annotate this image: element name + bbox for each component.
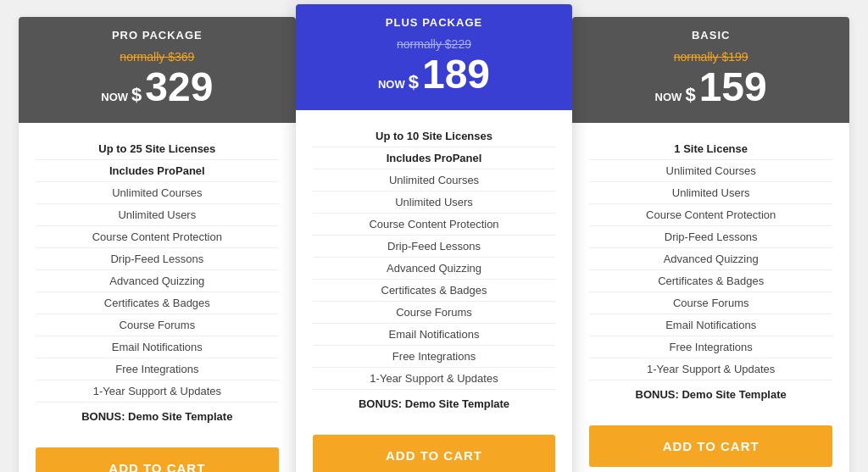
price-basic: 159 <box>699 67 767 108</box>
feature-item-plus-12: BONUS: Demo Site Template <box>313 393 556 414</box>
now-row-basic: NOW$159 <box>581 67 841 108</box>
pricing-card-plus: PLUS PACKAGEnormally $229NOW$189Up to 10… <box>296 4 573 472</box>
package-name-plus: PLUS PACKAGE <box>304 16 565 29</box>
feature-item-pro-0: Up to 25 Site Licenses <box>36 138 279 160</box>
features-plus: Up to 10 Site LicensesIncludes ProPanelU… <box>296 110 573 423</box>
feature-item-pro-3: Unlimited Users <box>36 204 279 226</box>
pricing-card-basic: BASICnormally $199NOW$1591 Site LicenseU… <box>572 17 849 472</box>
now-label-basic: NOW <box>655 91 682 103</box>
feature-item-plus-8: Course Forums <box>313 302 556 324</box>
package-name-basic: BASIC <box>581 29 841 42</box>
card-footer-pro: ADD TO CART <box>19 436 296 472</box>
feature-item-basic-8: Email Notifications <box>589 314 832 336</box>
price-plus: 189 <box>422 54 490 95</box>
feature-item-pro-9: Email Notifications <box>36 336 279 358</box>
dollar-sign-plus: $ <box>409 71 419 93</box>
feature-item-basic-3: Course Content Protection <box>589 204 832 226</box>
feature-item-pro-5: Drip-Feed Lessons <box>36 248 279 270</box>
feature-item-plus-11: 1-Year Support & Updates <box>313 368 556 390</box>
feature-item-basic-2: Unlimited Users <box>589 182 832 204</box>
now-row-pro: NOW$329 <box>27 67 287 108</box>
feature-item-basic-10: 1-Year Support & Updates <box>589 358 832 380</box>
features-pro: Up to 25 Site LicensesIncludes ProPanelU… <box>19 123 296 436</box>
package-name-pro: PRO PACKAGE <box>27 29 287 42</box>
pricing-container: PRO PACKAGEnormally $369NOW$329Up to 25 … <box>19 17 849 472</box>
feature-item-basic-1: Unlimited Courses <box>589 160 832 182</box>
feature-item-basic-7: Course Forums <box>589 292 832 314</box>
feature-item-pro-2: Unlimited Courses <box>36 182 279 204</box>
feature-item-plus-5: Drip-Feed Lessons <box>313 236 556 258</box>
feature-item-pro-11: 1-Year Support & Updates <box>36 380 279 403</box>
feature-item-pro-8: Course Forums <box>36 314 279 336</box>
feature-item-basic-9: Free Integrations <box>589 336 832 358</box>
pricing-card-pro: PRO PACKAGEnormally $369NOW$329Up to 25 … <box>19 17 296 472</box>
feature-item-plus-1: Includes ProPanel <box>313 147 556 169</box>
feature-item-plus-2: Unlimited Courses <box>313 169 556 192</box>
feature-item-basic-4: Drip-Feed Lessons <box>589 226 832 248</box>
card-header-basic: BASICnormally $199NOW$159 <box>572 17 849 123</box>
now-label-plus: NOW <box>378 78 405 91</box>
add-to-cart-button-pro[interactable]: ADD TO CART <box>36 447 279 472</box>
feature-item-pro-6: Advanced Quizzing <box>36 270 279 292</box>
feature-item-plus-3: Unlimited Users <box>313 192 556 214</box>
feature-item-basic-6: Certificates & Badges <box>589 270 832 292</box>
card-footer-plus: ADD TO CART <box>296 423 573 472</box>
normally-price-plus: normally $229 <box>304 37 565 51</box>
features-basic: 1 Site LicenseUnlimited CoursesUnlimited… <box>572 123 849 414</box>
feature-item-basic-5: Advanced Quizzing <box>589 248 832 270</box>
feature-item-basic-11: BONUS: Demo Site Template <box>589 384 832 405</box>
now-row-plus: NOW$189 <box>304 54 565 95</box>
feature-item-basic-0: 1 Site License <box>589 138 832 160</box>
feature-item-plus-10: Free Integrations <box>313 346 556 368</box>
dollar-sign-basic: $ <box>685 84 695 106</box>
feature-item-plus-7: Certificates & Badges <box>313 280 556 302</box>
feature-item-pro-4: Course Content Protection <box>36 226 279 248</box>
feature-item-plus-4: Course Content Protection <box>313 214 556 236</box>
add-to-cart-button-basic[interactable]: ADD TO CART <box>589 425 832 467</box>
feature-item-plus-6: Advanced Quizzing <box>313 258 556 280</box>
feature-item-pro-10: Free Integrations <box>36 358 279 380</box>
dollar-sign-pro: $ <box>131 84 142 106</box>
card-header-plus: PLUS PACKAGEnormally $229NOW$189 <box>296 4 573 110</box>
feature-item-pro-7: Certificates & Badges <box>36 292 279 314</box>
feature-item-pro-12: BONUS: Demo Site Template <box>36 406 279 427</box>
normally-price-pro: normally $369 <box>27 50 287 64</box>
card-header-pro: PRO PACKAGEnormally $369NOW$329 <box>19 17 296 123</box>
feature-item-pro-1: Includes ProPanel <box>36 160 279 182</box>
feature-item-plus-9: Email Notifications <box>313 324 556 346</box>
add-to-cart-button-plus[interactable]: ADD TO CART <box>313 435 556 472</box>
card-footer-basic: ADD TO CART <box>572 414 849 472</box>
feature-item-plus-0: Up to 10 Site Licenses <box>313 125 556 147</box>
price-pro: 329 <box>145 67 213 108</box>
now-label-pro: NOW <box>101 91 128 103</box>
normally-price-basic: normally $199 <box>581 50 841 64</box>
